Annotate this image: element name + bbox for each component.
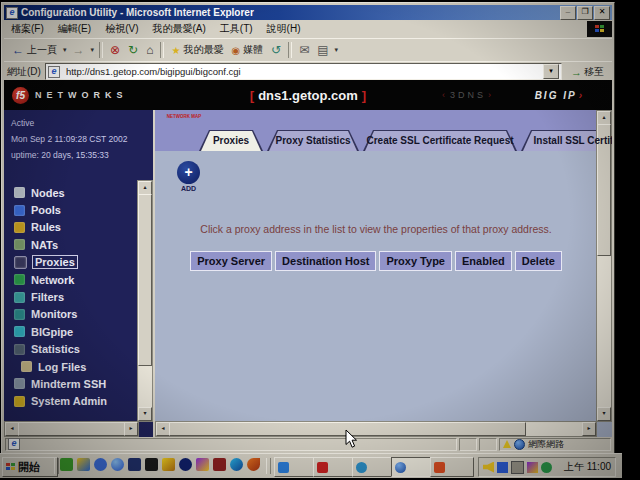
scroll-left-icon[interactable]: ◂ — [156, 422, 170, 436]
sidebar-item-nats[interactable]: NATs — [14, 236, 135, 253]
main-vertical-scrollbar[interactable]: ▴ ▾ — [596, 110, 612, 422]
mouse-cursor — [345, 429, 358, 453]
menu-tools[interactable]: 工具(T) — [213, 21, 260, 37]
instruction-text: Click a proxy address in the list to vie… — [155, 223, 597, 235]
sidebar-item-log-files[interactable]: Log Files — [14, 358, 135, 375]
task-button[interactable] — [430, 457, 474, 477]
scroll-right-icon[interactable]: ▸ — [124, 422, 138, 436]
print-button[interactable] — [313, 42, 332, 58]
quick-launch-icon[interactable] — [111, 458, 124, 471]
mail-icon — [299, 44, 309, 56]
tab-create-ssl-certificate-request[interactable]: Create SSL Certificate Request — [363, 130, 517, 151]
scroll-down-icon[interactable]: ▾ — [597, 407, 611, 421]
scroll-down-icon[interactable]: ▾ — [138, 407, 152, 421]
sidebar-item-filters[interactable]: Filters — [14, 288, 135, 305]
minimize-button[interactable] — [560, 6, 576, 20]
scroll-up-icon[interactable]: ▴ — [597, 111, 611, 125]
status-bar: 網際網路 — [4, 437, 612, 451]
quick-launch-icon[interactable] — [145, 458, 158, 471]
start-button[interactable]: 開始 — [2, 457, 58, 477]
taskbar-grip[interactable] — [266, 458, 271, 474]
menu-help[interactable]: 說明(H) — [260, 21, 308, 37]
tab-proxy-statistics[interactable]: Proxy Statistics — [267, 130, 359, 151]
sidebar-item-proxies[interactable]: Proxies — [14, 254, 135, 271]
maximize-button[interactable] — [577, 6, 593, 20]
task-button[interactable] — [352, 457, 396, 477]
tray-icon[interactable] — [497, 462, 508, 473]
stop-button[interactable] — [106, 42, 124, 58]
scroll-left-icon[interactable]: ◂ — [5, 422, 19, 436]
task-window-icon — [395, 462, 406, 473]
system-datetime: Mon Sep 2 11:09:28 CST 2002 — [11, 131, 127, 147]
sidebar-item-nodes[interactable]: Nodes — [14, 184, 135, 201]
scroll-up-icon[interactable]: ▴ — [138, 181, 152, 195]
sidebar-item-monitors[interactable]: Monitors — [14, 306, 135, 323]
quick-launch-icon[interactable] — [94, 458, 107, 471]
sidebar-item-pools[interactable]: Pools — [14, 201, 135, 218]
menu-view[interactable]: 檢視(V) — [98, 21, 145, 37]
go-button[interactable]: 移至 — [566, 64, 609, 80]
taskbar-grip[interactable] — [54, 458, 59, 474]
address-dropdown-icon[interactable]: ▾ — [543, 64, 559, 79]
quick-launch-icon[interactable] — [196, 458, 209, 471]
sidebar-item-rules[interactable]: Rules — [14, 219, 135, 236]
network-status-icon[interactable] — [511, 461, 524, 474]
tab-install-ssl-certificate[interactable]: Install SSL Certif — [521, 130, 612, 151]
alert-icon — [503, 440, 511, 448]
quick-launch-icon[interactable] — [247, 458, 260, 471]
back-button[interactable]: 上一頁 — [8, 41, 61, 59]
tray-icon[interactable] — [527, 462, 538, 473]
quick-launch-icon[interactable] — [77, 458, 90, 471]
mail-button[interactable] — [295, 42, 313, 58]
scroll-thumb[interactable] — [138, 194, 152, 366]
quick-launch-icon[interactable] — [162, 458, 175, 471]
task-button[interactable] — [274, 457, 318, 477]
bigpipe-icon — [14, 326, 25, 337]
close-button[interactable] — [594, 6, 610, 20]
column-proxy-type: Proxy Type — [379, 251, 452, 271]
main-horizontal-scrollbar[interactable]: ◂ ▸ — [155, 421, 597, 437]
task-window-icon — [278, 462, 289, 473]
media-button[interactable]: 媒體 — [227, 41, 267, 59]
back-dropdown-icon[interactable]: ▾ — [61, 46, 69, 54]
status-page-icon — [8, 438, 20, 450]
tray-icon[interactable] — [541, 462, 552, 473]
sidebar-item-network[interactable]: Network — [14, 271, 135, 288]
favorites-button[interactable]: 我的最愛 — [167, 41, 227, 59]
home-button[interactable] — [142, 42, 157, 58]
scroll-right-icon[interactable]: ▸ — [582, 422, 596, 436]
refresh-button[interactable] — [124, 42, 142, 58]
quick-launch-icon[interactable] — [179, 458, 192, 471]
f5-header-bar: f5 NETWORKS [dns1.getop.com] 3DNS BIG IP — [4, 80, 612, 110]
quick-launch-icon[interactable] — [230, 458, 243, 471]
sidebar-item-bigpipe[interactable]: BIGpipe — [14, 323, 135, 340]
history-button[interactable] — [267, 42, 285, 58]
task-button-active[interactable] — [391, 457, 435, 477]
quick-launch-icon[interactable] — [60, 458, 73, 471]
address-input[interactable]: http://dns1.getop.com/bigipgui/bigconf.c… — [45, 63, 562, 80]
quick-launch-icon[interactable] — [213, 458, 226, 471]
menu-favorites[interactable]: 我的最愛(A) — [145, 21, 212, 37]
quick-launch-icon[interactable] — [128, 458, 141, 471]
statistics-icon — [14, 344, 25, 355]
url-text: http://dns1.getop.com/bigipgui/bigconf.c… — [66, 66, 241, 77]
volume-icon[interactable] — [483, 462, 494, 473]
network-map-button[interactable]: NETWORK MAP — [161, 113, 207, 119]
title-bar[interactable]: Configuration Utility - Microsoft Intern… — [4, 5, 612, 20]
task-button[interactable] — [313, 457, 357, 477]
menu-edit[interactable]: 編輯(E) — [51, 21, 98, 37]
tab-proxies[interactable]: Proxies — [199, 130, 263, 151]
menu-file[interactable]: 檔案(F) — [4, 21, 51, 37]
address-label: 網址(D) — [7, 65, 41, 79]
sidebar-vertical-scrollbar[interactable]: ▴ ▾ — [137, 180, 153, 422]
forward-button[interactable] — [69, 42, 89, 58]
sidebar-item-statistics[interactable]: Statistics — [14, 341, 135, 358]
toolbar-more-icon[interactable]: ▾ — [333, 46, 341, 54]
forward-dropdown-icon[interactable]: ▾ — [89, 46, 97, 54]
add-button[interactable]: + — [177, 161, 200, 184]
sidebar-horizontal-scrollbar[interactable]: ◂ ▸ — [4, 421, 139, 437]
scroll-thumb[interactable] — [18, 422, 125, 436]
sidebar-item-system-admin[interactable]: System Admin — [14, 393, 135, 410]
pools-icon — [14, 205, 25, 216]
sidebar-item-mindterm-ssh[interactable]: Mindterm SSH — [14, 375, 135, 392]
